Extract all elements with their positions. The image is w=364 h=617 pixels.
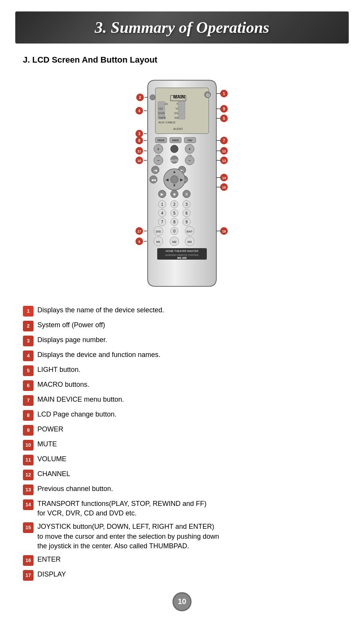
badge-5: 5 — [23, 365, 34, 376]
svg-text:AUDIO: AUDIO — [173, 127, 183, 131]
svg-text:6: 6 — [185, 211, 188, 215]
svg-text:4: 4 — [138, 109, 140, 113]
svg-text:M1: M1 — [156, 240, 161, 244]
item-13-text: Previous channel button. — [37, 484, 341, 494]
svg-text:DVD: DVD — [158, 111, 165, 115]
svg-text:AUX  CABLE: AUX CABLE — [158, 121, 176, 124]
badge-9: 9 — [23, 425, 34, 436]
svg-text:CD: CD — [158, 107, 163, 110]
list-item-2: 2 System off (Power off) — [23, 320, 341, 331]
remote-svg: MAIN AUDIO TU CD VCR DVD DVR TAPE SAT AU… — [117, 73, 247, 294]
remote-container: MAIN AUDIO TU CD VCR DVD DVR TAPE SAT AU… — [117, 73, 247, 294]
svg-text:◀: ◀ — [166, 178, 169, 182]
svg-point-88 — [171, 176, 178, 183]
item-10-text: MUTE — [37, 439, 341, 449]
svg-text:1: 1 — [223, 92, 225, 96]
svg-text:−: − — [188, 158, 191, 163]
svg-text:15: 15 — [222, 186, 226, 189]
svg-text:6: 6 — [138, 240, 140, 244]
svg-text:0: 0 — [173, 229, 176, 233]
list-item-15: 15 JOYSTICK button(UP, DOWN, LEFT, RIGHT… — [23, 522, 341, 551]
list-item-17: 17 DISPLAY — [23, 570, 341, 581]
item-6-text: MACRO buttons. — [37, 380, 341, 389]
item-3-text: Displays page number. — [37, 335, 341, 345]
svg-text:M2: M2 — [172, 240, 177, 244]
list-item-5: 5 LIGHT button. — [23, 365, 341, 376]
list-item-9: 9 POWER — [23, 425, 341, 436]
svg-text:MUTE: MUTE — [171, 159, 178, 162]
svg-text:HOME THEATER MASTER: HOME THEATER MASTER — [166, 250, 198, 252]
list-item-10: 10 MUTE — [23, 439, 341, 451]
badge-8: 8 — [23, 410, 34, 421]
list-item-14: 14 TRANSPORT functions(PLAY, STOP, REWIN… — [23, 499, 341, 518]
svg-text:7: 7 — [161, 220, 163, 224]
list-item-16: 16 ENTER — [23, 555, 341, 566]
svg-text:9: 9 — [185, 220, 188, 224]
badge-6: 6 — [23, 380, 34, 391]
list-item-4: 4 Displays the device and function names… — [23, 350, 341, 361]
svg-text:2: 2 — [173, 202, 176, 207]
svg-text:+: + — [188, 147, 191, 151]
svg-text:▶: ▶ — [180, 178, 183, 182]
badge-13: 13 — [23, 485, 34, 495]
item-16-text: ENTER — [37, 555, 341, 564]
list-item-11: 11 VOLUME — [23, 454, 341, 465]
svg-text:MAIN: MAIN — [172, 139, 179, 142]
svg-text:MX-400: MX-400 — [177, 257, 187, 259]
list-item-6: 6 MACRO buttons. — [23, 380, 341, 391]
svg-text:14: 14 — [222, 176, 226, 180]
header-banner: 3. Summary of Operations — [15, 11, 349, 44]
svg-text:DIS: DIS — [156, 230, 161, 233]
svg-text:4: 4 — [161, 211, 163, 215]
svg-rect-19 — [178, 115, 185, 119]
svg-text:8: 8 — [138, 139, 140, 143]
svg-rect-16 — [178, 102, 185, 105]
svg-text:◀◀: ◀◀ — [151, 178, 156, 182]
item-17-text: DISPLAY — [37, 570, 341, 579]
badge-3: 3 — [23, 336, 34, 346]
svg-text:3: 3 — [185, 202, 188, 207]
svg-text:+: + — [157, 147, 159, 151]
svg-text:ENT: ENT — [187, 230, 193, 233]
item-5-text: LIGHT button. — [37, 365, 341, 375]
svg-rect-17 — [178, 106, 185, 110]
svg-point-27 — [150, 95, 155, 100]
badge-16: 16 — [23, 555, 34, 566]
list-item-1: 1 Displays the name of the device select… — [23, 305, 341, 317]
item-7-text: MAIN DEVICE menu button. — [37, 395, 341, 404]
svg-text:FAV: FAV — [188, 139, 193, 142]
badge-4: 4 — [23, 350, 34, 361]
badge-14: 14 — [23, 499, 34, 510]
badge-1: 1 — [23, 306, 34, 317]
page-title: 3. Summary of Operations — [31, 18, 333, 37]
svg-text:13: 13 — [222, 159, 226, 163]
remote-illustration: MAIN AUDIO TU CD VCR DVD DVR TAPE SAT AU… — [0, 73, 364, 294]
items-list: 1 Displays the name of the device select… — [23, 305, 341, 581]
item-4-text: Displays the device and function names. — [37, 350, 341, 360]
svg-text:9: 9 — [223, 107, 225, 111]
list-item-3: 3 Displays page number. — [23, 335, 341, 346]
svg-text:▼: ▼ — [172, 183, 176, 187]
svg-text:16: 16 — [222, 229, 226, 233]
item-2-text: System off (Power off) — [37, 320, 341, 330]
badge-15: 15 — [23, 522, 34, 533]
svg-text:5: 5 — [173, 211, 176, 215]
svg-text:8: 8 — [173, 220, 176, 224]
list-item-7: 7 MAIN DEVICE menu button. — [23, 395, 341, 406]
svg-text:12: 12 — [222, 149, 226, 153]
svg-point-57 — [171, 145, 178, 153]
list-item-8: 8 LCD Page change button. — [23, 410, 341, 421]
page-number-container: 10 — [0, 592, 364, 611]
list-item-12: 12 CHANNEL — [23, 469, 341, 480]
svg-text:7: 7 — [223, 139, 225, 143]
svg-text:▲: ▲ — [172, 170, 176, 174]
svg-text:2: 2 — [139, 95, 141, 100]
svg-text:▶: ▶ — [161, 192, 164, 196]
svg-text:MAIN: MAIN — [173, 94, 185, 100]
badge-17: 17 — [23, 570, 34, 581]
svg-text:3: 3 — [138, 132, 140, 136]
item-1-text: Displays the name of the device selected… — [37, 305, 341, 315]
svg-text:⏸: ⏸ — [185, 192, 188, 196]
svg-text:TAPE: TAPE — [158, 116, 166, 120]
svg-text:17: 17 — [137, 229, 141, 233]
